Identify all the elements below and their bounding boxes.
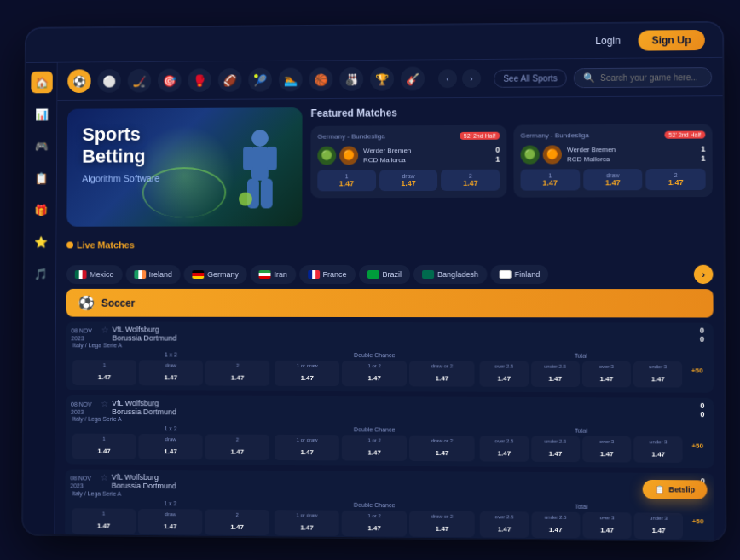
odd-1x2-1-2[interactable]: draw1.47 bbox=[139, 360, 203, 385]
odd-dc-3-1[interactable]: 1 or draw1.47 bbox=[275, 509, 339, 535]
svg-rect-1 bbox=[251, 146, 268, 180]
sport-basketball[interactable]: 🏀 bbox=[309, 67, 333, 91]
match-star-3[interactable]: ☆ bbox=[101, 472, 108, 489]
odd-total-3-2[interactable]: under 2.51.47 bbox=[531, 511, 580, 538]
tab-mexico[interactable]: Mexico bbox=[66, 265, 122, 284]
next-sport[interactable]: › bbox=[462, 68, 481, 87]
sport-tennis[interactable]: 🎾 bbox=[248, 67, 272, 91]
team-logo-home-1: 🟢 bbox=[317, 146, 336, 165]
tab-finland[interactable]: Finland bbox=[490, 264, 548, 283]
sidebar: 🏠 📊 🎮 📋 🎁 ⭐ 🎵 bbox=[23, 62, 58, 536]
odds-dc-3: Double Chance 1 or draw1.47 1 or 21.47 d… bbox=[275, 500, 475, 536]
more-btn-2[interactable]: +50 bbox=[688, 428, 707, 463]
sport-football[interactable]: 🏈 bbox=[218, 68, 242, 92]
odd-1-2[interactable]: draw 1.47 bbox=[379, 169, 438, 190]
odd-total-1-2[interactable]: under 2.51.47 bbox=[531, 361, 580, 386]
odd-dc-1-1[interactable]: 1 or draw1.47 bbox=[275, 360, 339, 385]
odd-dc-1-2[interactable]: 1 or 21.47 bbox=[342, 361, 407, 386]
league-name-2: Germany - Bundesliga bbox=[520, 131, 588, 139]
sport-pool[interactable]: ⚪ bbox=[97, 69, 121, 93]
sidebar-music[interactable]: 🎵 bbox=[29, 263, 51, 285]
more-btn-3[interactable]: +50 bbox=[688, 504, 707, 539]
soccer-title: Soccer bbox=[101, 297, 135, 309]
live-dot bbox=[66, 241, 73, 248]
tab-france[interactable]: France bbox=[299, 265, 356, 284]
team2-score-1: 1 bbox=[489, 154, 500, 163]
vs-scores-1: Werder Bremen 0 RCD Mallorca 1 bbox=[363, 144, 500, 165]
sidebar-home[interactable]: 🏠 bbox=[31, 71, 52, 93]
betslip-button[interactable]: 📋 Betslip bbox=[643, 480, 708, 499]
score2-row-2: 0 bbox=[697, 410, 708, 419]
odd-1x2-1-3[interactable]: 21.47 bbox=[205, 360, 270, 385]
sport-trophy[interactable]: 🏆 bbox=[370, 66, 394, 90]
sport-other[interactable]: 🎸 bbox=[401, 66, 425, 90]
signup-button[interactable]: Sign Up bbox=[638, 29, 705, 50]
tab-bangladesh[interactable]: Bangladesh bbox=[413, 264, 487, 283]
odd-total-2-3[interactable]: over 31.47 bbox=[582, 436, 631, 463]
betslip-icon: 📋 bbox=[655, 485, 664, 494]
search-input[interactable] bbox=[600, 72, 702, 82]
odd-1x2-1-1[interactable]: 11.47 bbox=[72, 360, 136, 385]
odd-1-3[interactable]: 2 1.47 bbox=[441, 169, 500, 190]
odd-2-3[interactable]: 2 1.47 bbox=[646, 168, 706, 189]
tab-ireland[interactable]: Ireland bbox=[125, 265, 181, 284]
team2-row-1: Borussia Dortmund bbox=[113, 333, 693, 343]
sport-dart[interactable]: 🎯 bbox=[158, 68, 182, 92]
odd-total-1-4[interactable]: under 31.47 bbox=[633, 361, 683, 388]
odd-1-1[interactable]: 1 1.47 bbox=[317, 170, 375, 191]
team2-name-2: RCD Mallorca bbox=[567, 154, 695, 163]
odd-total-3-1[interactable]: over 2.51.47 bbox=[480, 511, 529, 537]
odd-total-2-4[interactable]: under 31.47 bbox=[633, 436, 683, 463]
odd-dc-2-1[interactable]: 1 or draw1.47 bbox=[275, 435, 339, 461]
odd-1x2-3-2[interactable]: draw1.47 bbox=[138, 508, 202, 534]
svg-point-0 bbox=[251, 130, 269, 147]
odd-2-2[interactable]: draw 1.47 bbox=[583, 169, 643, 190]
flag-iran bbox=[259, 270, 271, 279]
odd-total-3-4[interactable]: under 31.47 bbox=[634, 512, 684, 539]
login-button[interactable]: Login bbox=[587, 31, 629, 49]
sidebar-games[interactable]: 🎮 bbox=[30, 135, 52, 157]
see-all-sports-button[interactable]: See All Sports bbox=[494, 68, 566, 87]
odd-2-1[interactable]: 1 1.47 bbox=[521, 169, 580, 190]
sport-soccer[interactable]: ⚽ bbox=[67, 69, 90, 93]
featured-match-2: Germany - Bundesliga 52' 2nd Half 🟢 🟠 bbox=[513, 124, 713, 197]
tab-iran[interactable]: Iran bbox=[251, 265, 296, 284]
odd-dc-2-3[interactable]: draw or 21.47 bbox=[409, 436, 475, 462]
sidebar-favorites[interactable]: ⭐ bbox=[30, 230, 52, 252]
match-star-2[interactable]: ☆ bbox=[101, 399, 108, 416]
svg-rect-2 bbox=[243, 147, 253, 170]
country-tabs: Mexico Ireland Germany Iran France bbox=[56, 259, 724, 288]
match-star-1[interactable]: ☆ bbox=[101, 325, 109, 342]
main-layout: 🏠 📊 🎮 📋 🎁 ⭐ 🎵 ⚽ ⚪ 🏒 🎯 🥊 🏈 🎾 🏊 🏀 🎳 bbox=[23, 57, 725, 540]
odd-total-1-3[interactable]: over 31.47 bbox=[582, 361, 631, 387]
odd-total-3-3[interactable]: over 31.47 bbox=[582, 511, 632, 538]
odd-dc-2-2[interactable]: 1 or 21.47 bbox=[342, 435, 407, 461]
odd-dc-1-3[interactable]: draw or 21.47 bbox=[409, 361, 475, 386]
prev-sport[interactable]: ‹ bbox=[438, 69, 457, 88]
odd-1x2-2-2[interactable]: draw1.47 bbox=[138, 434, 202, 459]
score2-row-1: 0 bbox=[696, 334, 708, 343]
sport-bowling[interactable]: 🎳 bbox=[339, 67, 363, 91]
odd-total-2-1[interactable]: over 2.51.47 bbox=[480, 436, 529, 462]
sport-hockey[interactable]: 🏒 bbox=[128, 68, 152, 92]
odd-1x2-2-3[interactable]: 21.47 bbox=[205, 434, 270, 459]
sport-swim[interactable]: 🏊 bbox=[279, 67, 303, 91]
odd-dc-3-2[interactable]: 1 or 21.47 bbox=[342, 510, 407, 536]
odd-total-1-1[interactable]: over 2.51.47 bbox=[480, 361, 529, 386]
tab-germany[interactable]: Germany bbox=[184, 265, 247, 284]
svg-rect-5 bbox=[260, 178, 272, 208]
soccer-icon: ⚽ bbox=[78, 294, 95, 310]
odd-dc-3-3[interactable]: draw or 21.47 bbox=[409, 510, 475, 536]
next-country-button[interactable]: › bbox=[694, 264, 714, 283]
odd-1x2-2-1[interactable]: 11.47 bbox=[72, 433, 136, 459]
odd-1x2-3-3[interactable]: 21.47 bbox=[205, 509, 269, 535]
live-indicator: Live Matches bbox=[66, 240, 135, 250]
sidebar-list[interactable]: 📋 bbox=[30, 166, 52, 188]
sport-boxing[interactable]: 🥊 bbox=[188, 68, 211, 92]
odd-total-2-2[interactable]: under 2.51.47 bbox=[531, 436, 580, 462]
odd-1x2-3-1[interactable]: 11.47 bbox=[72, 507, 136, 534]
sidebar-stats[interactable]: 📊 bbox=[31, 102, 52, 124]
more-btn-1[interactable]: +50 bbox=[688, 353, 707, 388]
tab-brazil[interactable]: Brazil bbox=[359, 264, 411, 283]
sidebar-bonus[interactable]: 🎁 bbox=[30, 199, 52, 221]
